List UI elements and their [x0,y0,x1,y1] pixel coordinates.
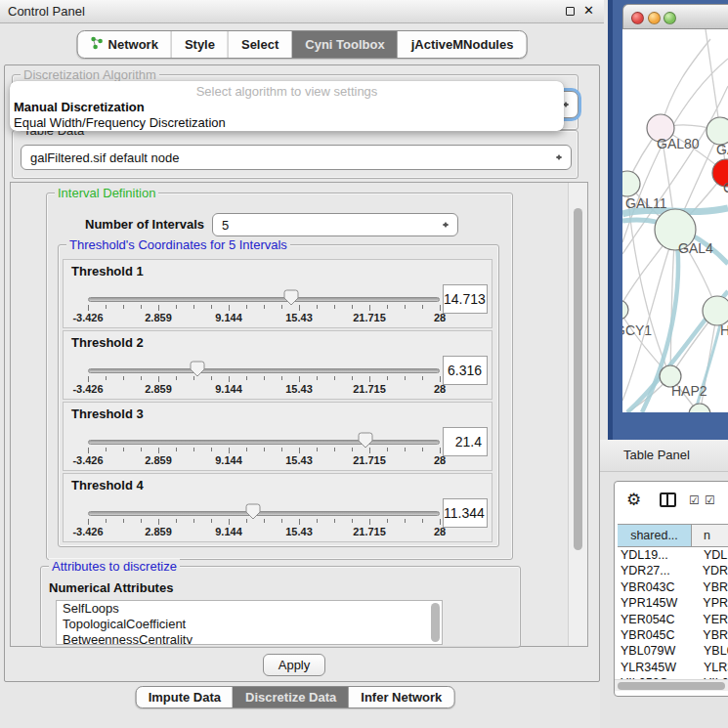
table-panel-title: Table Panel [623,448,690,462]
threshold-value-field[interactable]: 6.316 [443,356,488,385]
numerical-attributes-list[interactable]: SelfLoopsTopologicalCoefficientBetweenne… [56,600,443,645]
split-columns-icon[interactable] [660,492,676,507]
column-header-name[interactable]: n [692,525,728,546]
table-row[interactable]: YDR27...YDR2 [618,564,728,579]
slider-thumb[interactable] [358,432,373,449]
slider-track[interactable] [88,297,440,302]
network-edge-thick[interactable] [695,324,720,412]
minimize-traffic-light-icon[interactable] [648,12,661,24]
table-row[interactable]: YBL079WYBL0 [618,644,728,660]
number-of-intervals-combobox[interactable]: 5 [212,213,458,236]
list-scrollbar-thumb[interactable] [431,603,440,642]
slider-thumb[interactable] [283,289,299,306]
attributes-group-title: Attributes to discretize [49,559,180,574]
network-node[interactable] [622,300,628,320]
bottom-tab-bar: Impute DataDiscretize DataInfer Network [136,686,455,708]
dropdown-placeholder: Select algorithm to view settings [10,84,564,99]
dropdown-option[interactable]: Manual Discretization [14,100,145,114]
algorithm-dropdown: Select algorithm to view settings Manual… [10,81,564,131]
cell-name: YBL0 [692,644,728,660]
control-panel-titlebar: Control Panel ✕ [0,0,604,23]
tick-mark [264,519,265,523]
tick-mark [141,305,142,309]
dropdown-option[interactable]: Equal Width/Frequency Discretization [14,115,226,130]
table-hscrollbar[interactable] [615,679,728,691]
network-window-titlebar[interactable] [622,4,728,29]
tick-mark [352,376,353,380]
tick-mark [106,376,107,380]
node-label: GAL11 [625,195,667,211]
tick-mark [422,519,423,523]
network-node[interactable] [707,117,728,145]
cell-name: YLR3 [692,661,728,676]
tab-infer-network[interactable]: Infer Network [348,687,453,707]
threshold-value-field[interactable]: 21.4 [443,427,488,456]
checkbox-icon[interactable]: ☑ [705,493,715,507]
tab-select[interactable]: Select [228,31,291,58]
tab-label: Cyni Toolbox [305,37,384,52]
slider-track[interactable] [88,368,440,373]
attribute-item[interactable]: SelfLoops [57,601,442,617]
zoom-traffic-light-icon[interactable] [664,12,676,24]
tick-mark [211,519,212,523]
float-icon[interactable] [566,7,575,16]
tick-mark [229,376,230,382]
panel-scrollbar-thumb[interactable] [574,208,582,550]
network-graph[interactable]: GAL80GACGAL11GAL4GCY1HHAP2 [622,29,728,412]
interval-definition-title: Interval Definition [55,186,158,200]
panel-scrollbar[interactable] [568,183,587,646]
gear-icon[interactable]: ⚙ [626,490,641,510]
slider-thumb[interactable] [245,503,261,520]
slider-track[interactable] [88,440,440,445]
attribute-item[interactable]: TopologicalCoefficient [57,617,442,632]
tick-mark [246,448,247,451]
tab-cyni-toolbox[interactable]: Cyni Toolbox [291,31,397,58]
tick-mark [176,305,177,309]
attribute-item[interactable]: BetweennessCentrality [57,632,442,645]
apply-button[interactable]: Apply [263,654,325,676]
network-canvas[interactable]: GAL80GACGAL11GAL4GCY1HHAP2 [622,29,728,412]
checkbox-icon[interactable]: ☑ [689,493,700,507]
tab-discretize-data[interactable]: Discretize Data [233,687,348,707]
table-row[interactable]: YPR145WYPR1 [618,596,728,612]
tick-mark [281,448,282,451]
table-row[interactable]: YBR043CYBR0 [618,580,728,596]
tab-network[interactable]: Network [78,31,171,58]
table-data-combobox[interactable]: galFiltered.sif default node [21,145,572,170]
tick-mark [229,448,230,453]
table-row[interactable]: YBR045CYBR0 [618,628,728,644]
tick-mark [405,519,406,523]
slider-track[interactable] [88,511,440,516]
tick-mark [211,376,212,380]
tab-impute-data[interactable]: Impute Data [137,687,233,707]
network-node[interactable] [622,171,640,196]
threshold-value-field[interactable]: 11.344 [443,498,488,528]
tick-label: 15.43 [285,526,313,537]
tab-label: Style [185,37,215,52]
close-traffic-light-icon[interactable] [631,12,644,24]
table-row[interactable]: YER054CYER0 [618,613,728,628]
tick-mark [106,519,107,523]
tick-mark [405,376,406,380]
column-header-shared-name[interactable]: shared... [618,525,692,546]
tick-mark [387,448,388,451]
network-node[interactable] [703,296,728,325]
network-icon [91,36,104,53]
tick-mark [334,376,335,380]
close-icon[interactable]: ✕ [583,3,594,18]
table-hscrollbar-thumb[interactable] [618,682,725,690]
slider-thumb[interactable] [190,361,205,377]
node-label: C [723,180,728,195]
table-row[interactable]: YDL19...YDL1 [618,548,728,564]
tab-jactivemnodules[interactable]: jActiveMNodules [398,31,527,58]
tick-mark [141,376,142,380]
tick-mark [264,305,265,309]
tick-mark [369,376,370,382]
cell-shared-name: YER054C [618,613,691,628]
tab-style[interactable]: Style [171,31,228,58]
table-row[interactable]: YLR345WYLR3 [618,661,728,676]
combo-arrows-icon [556,150,563,164]
tick-mark [369,519,370,525]
threshold-value-field[interactable]: 14.713 [443,284,488,314]
tick-label: -3.426 [72,312,103,323]
